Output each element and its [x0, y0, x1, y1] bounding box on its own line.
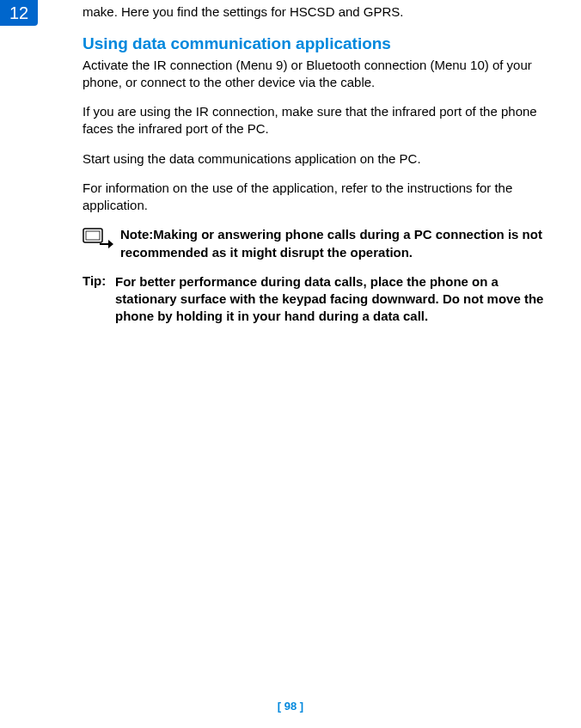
- section-heading: Using data communication applications: [83, 34, 555, 53]
- note-body: Making or answering phone calls during a…: [120, 227, 542, 259]
- paragraph-1: Activate the IR connection (Menu 9) or B…: [83, 57, 555, 92]
- note-icon: [83, 228, 113, 248]
- chapter-tab: 12: [0, 0, 38, 26]
- note-label: Note:: [120, 227, 153, 242]
- paragraph-3: Start using the data communications appl…: [83, 150, 555, 168]
- page-number: [ 98 ]: [0, 700, 581, 713]
- svg-rect-1: [86, 231, 100, 240]
- tip-label: Tip:: [83, 273, 115, 288]
- note-text: Note:Making or answering phone calls dur…: [120, 226, 555, 261]
- page-content: make. Here you find the settings for HSC…: [83, 3, 555, 338]
- tip-text: For better performance during data calls…: [115, 273, 555, 326]
- paragraph-2: If you are using the IR connection, make…: [83, 103, 555, 138]
- tip-block: Tip: For better performance during data …: [83, 273, 555, 326]
- chapter-number: 12: [9, 3, 28, 23]
- continuation-text: make. Here you find the settings for HSC…: [83, 3, 555, 21]
- paragraph-4: For information on the use of the applic…: [83, 180, 555, 215]
- note-block: Note:Making or answering phone calls dur…: [83, 226, 555, 261]
